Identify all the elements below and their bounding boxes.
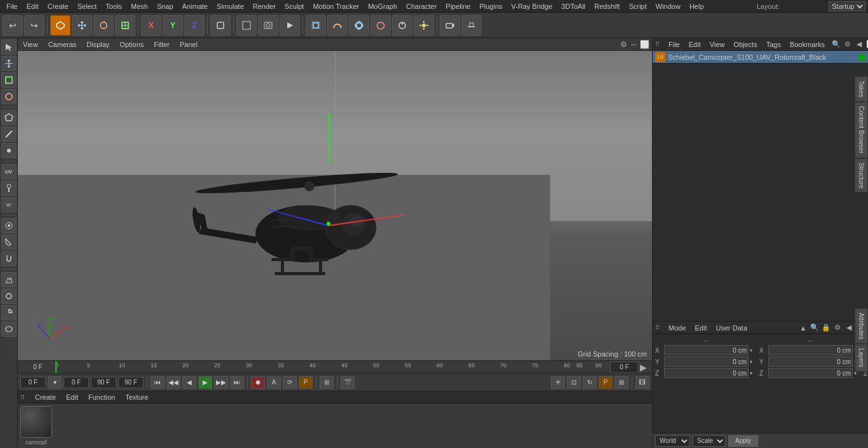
obj-maximize-icon[interactable]: ⬜: [865, 39, 868, 50]
scale-select[interactable]: Scale Size: [693, 435, 726, 447]
render-active-button[interactable]: [280, 15, 300, 36]
pb-render-btn[interactable]: 🎞: [635, 376, 649, 389]
playback-max-input[interactable]: [118, 377, 144, 388]
sb-scale-button[interactable]: [1, 72, 17, 88]
pb-record[interactable]: ⏺: [251, 376, 265, 389]
frame-jump-btn[interactable]: ▶: [640, 362, 647, 372]
pb-move-tool[interactable]: ✛: [551, 376, 565, 389]
attr-up-icon[interactable]: ▲: [798, 323, 808, 333]
attr-arrow-icon[interactable]: ◀: [844, 323, 854, 333]
obj-menu-view[interactable]: View: [707, 40, 728, 49]
menu-help[interactable]: Help: [686, 2, 708, 11]
attr-y-pos-input[interactable]: [664, 356, 749, 367]
attr-lock-icon[interactable]: 🔒: [821, 323, 831, 333]
side-tab-structure[interactable]: Structure: [855, 158, 868, 193]
attr-y-size-input[interactable]: [768, 356, 853, 367]
pb-rotate-tool[interactable]: ↻: [583, 376, 597, 389]
menu-create[interactable]: Create: [44, 2, 72, 11]
sb-tool4-button[interactable]: [1, 322, 17, 337]
apply-button[interactable]: Apply: [728, 435, 758, 447]
viewport-lock-icon[interactable]: ⚙: [620, 40, 627, 49]
obj-menu-file[interactable]: File: [666, 40, 682, 49]
pb-play-fwd[interactable]: ▶: [198, 376, 212, 389]
viewport[interactable]: Perspective: [18, 51, 652, 360]
side-tab-takes[interactable]: Takes: [855, 76, 868, 102]
menu-render[interactable]: Render: [249, 2, 280, 11]
menu-3dtoall[interactable]: 3DToAll: [557, 2, 589, 11]
attr-menu-mode[interactable]: Mode: [666, 323, 689, 332]
obj-item-helicopter[interactable]: L0 Schiebel_Camcopter_S100_UAV_Rotorcraf…: [653, 51, 868, 64]
pb-grid-tool[interactable]: ⊞: [614, 376, 628, 389]
pb-grid-btn[interactable]: ⊞: [320, 376, 334, 389]
sb-select-button[interactable]: [1, 39, 17, 55]
mat-menu-function[interactable]: Function: [86, 393, 118, 402]
attr-menu-userdata[interactable]: User Data: [714, 323, 750, 332]
menu-simulate[interactable]: Simulate: [213, 2, 248, 11]
sb-tool1-button[interactable]: [1, 272, 17, 287]
menu-snap[interactable]: Snap: [153, 2, 177, 11]
pb-play-back[interactable]: ◀: [182, 376, 196, 389]
menu-tools[interactable]: Tools: [102, 2, 126, 11]
pb-loop[interactable]: ⟳: [283, 376, 297, 389]
menu-mesh[interactable]: Mesh: [127, 2, 152, 11]
playback-end-input[interactable]: [91, 377, 116, 388]
spline-button[interactable]: [327, 15, 348, 36]
viewport-maximize-icon[interactable]: ⬜: [640, 40, 649, 49]
nurbs-button[interactable]: [349, 15, 369, 36]
attr-z-size-input[interactable]: [768, 368, 853, 378]
menu-select[interactable]: Select: [74, 2, 101, 11]
render-region-button[interactable]: [236, 15, 257, 36]
side-tab-content-browser[interactable]: Content Browser: [855, 102, 868, 158]
pb-down-btn[interactable]: ▾: [48, 376, 62, 389]
pb-goto-start[interactable]: ⏮: [151, 376, 165, 389]
sb-weight-button[interactable]: W: [1, 197, 17, 212]
sb-point-button[interactable]: [1, 143, 17, 158]
obj-arrow-icon[interactable]: ◀: [854, 39, 864, 50]
obj-settings-icon[interactable]: ⚙: [843, 39, 853, 50]
deform-button[interactable]: [370, 15, 391, 36]
menu-edit[interactable]: Edit: [23, 2, 43, 11]
side-tab-attributes[interactable]: Attributes: [855, 308, 868, 344]
sb-rotate-button[interactable]: [1, 89, 17, 104]
playback-current-input[interactable]: [64, 377, 89, 388]
sb-move-button[interactable]: [1, 56, 17, 71]
vp-menu-cameras[interactable]: Cameras: [46, 40, 79, 49]
sb-snap-button[interactable]: [1, 218, 17, 233]
attr-settings-icon[interactable]: ⚙: [832, 323, 843, 333]
mat-menu-texture[interactable]: Texture: [123, 393, 151, 402]
menu-script[interactable]: Script: [625, 2, 651, 11]
scale-button[interactable]: [115, 15, 135, 36]
layout-select[interactable]: Startup: [829, 1, 865, 11]
pb-anim-mode[interactable]: P: [599, 376, 613, 389]
timeline-ruler[interactable]: 0 5 10 15 20 25 30 35 40 45 50 55 60 65 …: [55, 361, 607, 374]
obj-menu-bookmarks[interactable]: Bookmarks: [787, 40, 827, 49]
viewport-arrow-icon[interactable]: ↔: [630, 40, 637, 49]
object-mode-button[interactable]: [210, 15, 231, 36]
menu-vray[interactable]: V-Ray Bridge: [508, 2, 557, 11]
playback-start-input[interactable]: [20, 377, 46, 388]
sb-edge-button[interactable]: [1, 126, 17, 142]
mat-item-camcopl[interactable]: camcopl: [20, 406, 52, 445]
mat-menu-edit[interactable]: Edit: [64, 393, 81, 402]
obj-menu-tags[interactable]: Tags: [764, 40, 783, 49]
menu-window[interactable]: Window: [652, 2, 684, 11]
sb-uvw-button[interactable]: UV: [1, 164, 17, 179]
pb-preview[interactable]: 🎬: [341, 376, 355, 389]
rotate-button[interactable]: [93, 15, 114, 36]
undo-button[interactable]: ↩: [3, 15, 23, 36]
vp-menu-filter[interactable]: Filter: [151, 40, 172, 49]
menu-plugins[interactable]: Plugins: [475, 2, 506, 11]
attr-x-pos-input[interactable]: [664, 345, 749, 355]
attr-menu-edit[interactable]: Edit: [693, 323, 710, 332]
menu-pipeline[interactable]: Pipeline: [442, 2, 474, 11]
pb-scale-tool[interactable]: ⊡: [567, 376, 581, 389]
sb-tool3-button[interactable]: [1, 305, 17, 320]
obj-search-icon[interactable]: 🔍: [831, 39, 841, 50]
menu-animate[interactable]: Animate: [179, 2, 212, 11]
sb-polygon-button[interactable]: [1, 110, 17, 125]
frame-input[interactable]: [610, 362, 639, 373]
z-axis-button[interactable]: Z: [184, 15, 205, 36]
sb-knife-button[interactable]: [1, 234, 17, 250]
sb-magnet-button[interactable]: [1, 251, 17, 266]
x-axis-button[interactable]: X: [141, 15, 161, 36]
